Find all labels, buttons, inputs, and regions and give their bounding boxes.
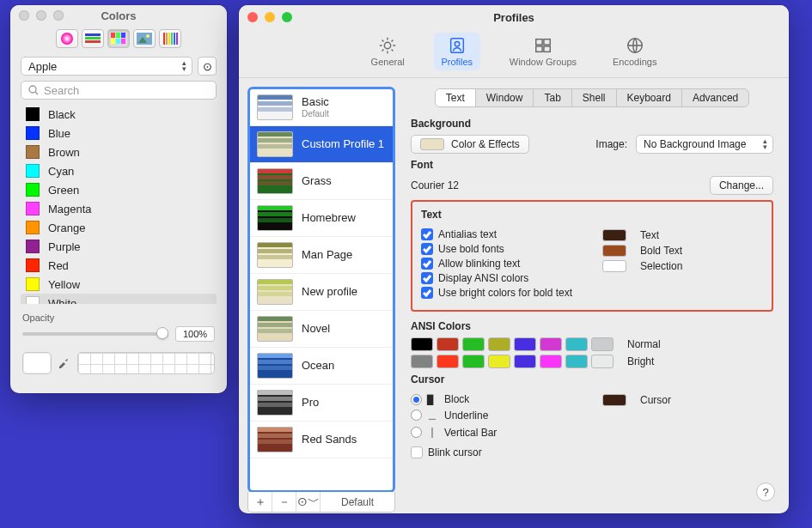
profile-name: Red Sands: [302, 434, 357, 446]
toolbar-profiles[interactable]: Profiles: [434, 33, 480, 70]
search-input[interactable]: Search: [21, 81, 217, 100]
profile-item[interactable]: Homebrew: [250, 200, 393, 237]
add-profile-button[interactable]: ＋: [248, 492, 272, 512]
ansi-swatch[interactable]: [437, 355, 459, 368]
detail-tab-shell[interactable]: Shell: [572, 89, 617, 106]
ansi-swatch[interactable]: [514, 355, 536, 368]
eyedropper-icon[interactable]: [57, 355, 72, 372]
profile-item[interactable]: Man Page: [250, 237, 393, 274]
detail-tabs[interactable]: TextWindowTabShellKeyboardAdvanced: [435, 88, 750, 107]
zoom-button[interactable]: [53, 10, 64, 21]
bold-fonts-checkbox[interactable]: Use bold fonts: [421, 243, 582, 255]
opacity-label: Opacity: [22, 313, 215, 323]
color-item-cyan[interactable]: Cyan: [21, 161, 217, 180]
change-font-button[interactable]: Change...: [710, 176, 773, 195]
svg-point-12: [146, 34, 150, 38]
pencils-mode-icon[interactable]: [159, 29, 181, 48]
close-button[interactable]: [19, 10, 29, 21]
cursor-block-radio[interactable]: ▇Block: [411, 393, 582, 405]
color-item-black[interactable]: Black: [21, 105, 217, 124]
toolbar-window-groups[interactable]: Window Groups: [503, 33, 583, 70]
cursor-vbar-radio[interactable]: ｜Vertical Bar: [411, 425, 582, 440]
selected-color-swatch[interactable]: [22, 352, 52, 374]
profile-item[interactable]: Pro: [250, 385, 393, 422]
zoom-button[interactable]: [282, 12, 292, 22]
minimize-button[interactable]: [265, 12, 275, 22]
color-item-magenta[interactable]: Magenta: [21, 199, 217, 218]
ansi-swatch[interactable]: [591, 337, 614, 351]
profile-item[interactable]: New profile: [250, 274, 393, 311]
color-item-blue[interactable]: Blue: [21, 124, 217, 143]
ansi-swatch[interactable]: [411, 337, 433, 351]
toolbar-general[interactable]: General: [364, 33, 412, 70]
blink-cursor-checkbox[interactable]: Blink cursor: [411, 446, 582, 458]
image-palettes-mode-icon[interactable]: [133, 29, 156, 48]
swatch-grid[interactable]: [77, 352, 215, 374]
slider-thumb[interactable]: [156, 327, 168, 339]
toolbar-encodings[interactable]: Encodings: [606, 33, 663, 70]
ansi-swatch[interactable]: [540, 355, 562, 368]
traffic-lights: [247, 12, 292, 22]
detail-tab-window[interactable]: Window: [476, 89, 534, 106]
palette-select[interactable]: Apple ▴▾: [21, 57, 192, 76]
color-name: Orange: [48, 222, 85, 234]
profile-item[interactable]: Novel: [250, 311, 393, 348]
ansi-checkbox[interactable]: Display ANSI colors: [421, 272, 582, 284]
color-item-red[interactable]: Red: [21, 256, 217, 275]
color-item-brown[interactable]: Brown: [21, 143, 217, 161]
detail-tab-keyboard[interactable]: Keyboard: [617, 89, 682, 106]
ansi-swatch[interactable]: [514, 337, 536, 351]
ansi-swatch[interactable]: [565, 337, 588, 351]
bold-fonts-label: Use bold fonts: [438, 243, 504, 255]
remove-profile-button[interactable]: －: [272, 492, 296, 512]
detail-tab-tab[interactable]: Tab: [534, 89, 571, 106]
svg-point-23: [455, 41, 460, 46]
color-item-purple[interactable]: Purple: [21, 237, 217, 256]
bold-color-swatch[interactable]: [602, 245, 626, 257]
profile-list[interactable]: Basic Default Custom Profile 1 Grass Ho: [247, 87, 395, 493]
color-item-white[interactable]: White: [21, 294, 217, 304]
ansi-swatch[interactable]: [462, 355, 485, 368]
profile-action-button[interactable]: ⊙﹀: [296, 492, 321, 512]
opacity-slider[interactable]: [22, 332, 168, 336]
help-button[interactable]: ?: [756, 482, 775, 501]
ansi-swatch[interactable]: [488, 355, 510, 368]
ansi-swatch[interactable]: [488, 337, 510, 351]
ansi-swatch[interactable]: [462, 337, 485, 351]
ansi-swatch[interactable]: [591, 355, 614, 368]
close-button[interactable]: [247, 12, 258, 22]
profiles-titlebar: Profiles: [239, 5, 789, 29]
antialias-checkbox[interactable]: Antialias text: [421, 228, 582, 240]
default-button[interactable]: Default: [321, 492, 394, 512]
svg-rect-2: [85, 37, 101, 39]
ansi-swatch[interactable]: [411, 355, 433, 368]
profile-item[interactable]: Custom Profile 1: [250, 126, 393, 163]
color-item-orange[interactable]: Orange: [21, 218, 217, 237]
background-image-select[interactable]: No Background Image ▴▾: [636, 135, 773, 154]
opacity-value[interactable]: 100%: [175, 326, 215, 342]
detail-tab-advanced[interactable]: Advanced: [682, 89, 748, 106]
cursor-color-swatch[interactable]: [602, 394, 626, 406]
profile-item[interactable]: Grass: [250, 163, 393, 200]
cursor-underline-radio[interactable]: ＿Underline: [411, 408, 582, 422]
profile-item[interactable]: Ocean: [250, 348, 393, 385]
color-palettes-mode-icon[interactable]: [107, 29, 130, 48]
blinking-checkbox[interactable]: Allow blinking text: [421, 258, 582, 270]
background-color-button[interactable]: Color & Effects: [411, 135, 529, 154]
bright-bold-checkbox[interactable]: Use bright colors for bold text: [421, 287, 582, 299]
text-color-swatch[interactable]: [602, 229, 626, 241]
color-sliders-mode-icon[interactable]: [82, 29, 104, 48]
ansi-swatch[interactable]: [540, 337, 562, 351]
color-item-yellow[interactable]: Yellow: [21, 275, 217, 294]
detail-tab-text[interactable]: Text: [436, 89, 476, 106]
ansi-swatch[interactable]: [565, 355, 588, 368]
profile-item[interactable]: Red Sands: [250, 422, 393, 458]
selection-color-swatch[interactable]: [602, 260, 626, 272]
colors-titlebar: Colors: [10, 5, 227, 26]
profile-item[interactable]: Basic Default: [250, 89, 393, 126]
color-wheel-mode-icon[interactable]: [56, 29, 78, 48]
ansi-swatch[interactable]: [437, 337, 459, 351]
color-item-green[interactable]: Green: [21, 180, 217, 199]
palette-action-button[interactable]: ⊙: [198, 57, 217, 76]
minimize-button[interactable]: [36, 10, 46, 21]
